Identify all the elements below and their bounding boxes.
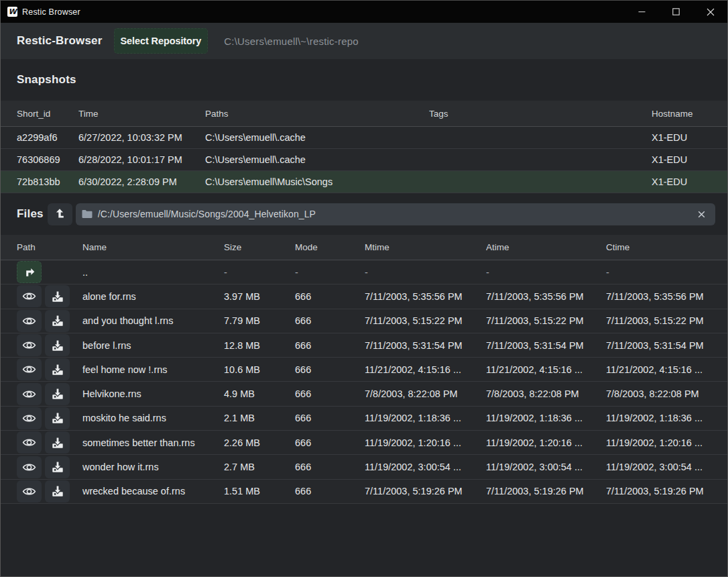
- file-name: ..: [82, 267, 224, 278]
- file-size: 10.6 MB: [224, 364, 295, 375]
- file-row[interactable]: Helvikone.rns 4.9 MB 666 7/8/2003, 8:22:…: [1, 382, 727, 406]
- download-icon: [51, 411, 64, 425]
- file-row[interactable]: wonder how it.rns 2.7 MB 666 11/19/2002,…: [1, 455, 727, 479]
- file-size: 1.51 MB: [224, 486, 295, 496]
- file-name: feel home now !.rns: [82, 364, 224, 375]
- download-icon: [51, 339, 64, 352]
- maximize-button[interactable]: [659, 1, 693, 23]
- download-file-button[interactable]: [45, 285, 70, 307]
- snapshot-hostname: X1-EDU: [652, 154, 727, 165]
- clear-path-button[interactable]: [694, 207, 709, 221]
- file-size: 7.79 MB: [224, 315, 295, 326]
- file-name: wonder how it.rns: [82, 462, 224, 472]
- snapshots-heading: Snapshots: [17, 73, 76, 87]
- file-size: 2.7 MB: [224, 462, 295, 472]
- file-mtime: 11/19/2002, 3:00:54 ...: [365, 462, 486, 472]
- preview-file-button[interactable]: [17, 407, 42, 429]
- download-file-button[interactable]: [45, 456, 70, 478]
- close-icon: [707, 8, 715, 16]
- maximize-icon: [672, 8, 680, 15]
- file-name: and you thought l.rns: [82, 315, 224, 326]
- file-atime: 7/11/2003, 5:19:26 PM: [486, 486, 606, 496]
- parent-directory-row[interactable]: .. - - - - -: [1, 260, 727, 284]
- eye-icon: [22, 291, 36, 302]
- files-col-ctime: Ctime: [606, 242, 727, 252]
- open-parent-directory-button[interactable]: [17, 261, 42, 283]
- current-path-field[interactable]: /C:/Users/emuell/Music/Songs/2004_Helvet…: [76, 203, 715, 225]
- snapshots-col-time: Time: [78, 109, 205, 119]
- file-size: 3.97 MB: [224, 291, 295, 302]
- window-controls: [625, 1, 727, 23]
- files-col-size: Size: [224, 242, 295, 252]
- file-row[interactable]: and you thought l.rns 7.79 MB 666 7/11/2…: [1, 309, 727, 333]
- file-row[interactable]: moskito he said.rns 2.1 MB 666 11/19/200…: [1, 407, 727, 431]
- file-mtime: 7/11/2003, 5:19:26 PM: [365, 486, 486, 496]
- files-col-path: Path: [17, 242, 82, 252]
- files-col-atime: Atime: [486, 242, 606, 252]
- file-row[interactable]: wrecked because of.rns 1.51 MB 666 7/11/…: [1, 480, 727, 504]
- download-file-button[interactable]: [45, 334, 70, 356]
- level-up-button[interactable]: [48, 203, 72, 225]
- minimize-button[interactable]: [625, 1, 659, 23]
- snapshot-paths: C:\Users\emuell\Music\Songs: [205, 176, 429, 187]
- snapshot-short-id: a2299af6: [17, 132, 78, 143]
- file-ctime: 7/11/2003, 5:35:56 PM: [606, 291, 727, 302]
- eye-icon: [22, 315, 36, 327]
- arrow-up-right-icon: [23, 266, 36, 279]
- minimize-icon: [638, 8, 646, 15]
- download-icon: [51, 363, 64, 376]
- file-mode: 666: [295, 388, 365, 399]
- file-size: 12.8 MB: [224, 340, 295, 351]
- snapshots-col-hostname: Hostname: [652, 109, 727, 119]
- preview-file-button[interactable]: [17, 334, 42, 356]
- file-mtime: 11/21/2002, 4:15:16 ...: [365, 364, 486, 375]
- file-mtime: 7/11/2003, 5:31:54 PM: [365, 340, 486, 351]
- preview-file-button[interactable]: [17, 383, 42, 405]
- snapshot-row[interactable]: 72b813bb 6/30/2022, 2:28:09 PM C:\Users\…: [1, 171, 727, 193]
- close-button[interactable]: [693, 1, 727, 23]
- snapshot-row[interactable]: 76306869 6/28/2022, 10:01:17 PM C:\Users…: [1, 149, 727, 171]
- file-ctime: 11/19/2002, 1:20:16 ...: [606, 437, 727, 448]
- folder-icon: [82, 209, 93, 219]
- file-atime: 7/11/2003, 5:31:54 PM: [486, 340, 606, 351]
- download-file-button[interactable]: [45, 358, 70, 380]
- select-repository-button[interactable]: Select Repository: [114, 28, 208, 54]
- snapshots-table-header: Short_id Time Paths Tags Hostname: [1, 101, 727, 127]
- download-file-button[interactable]: [45, 431, 70, 454]
- preview-file-button[interactable]: [17, 456, 42, 478]
- file-mtime: 7/11/2003, 5:15:22 PM: [365, 315, 486, 326]
- download-file-button[interactable]: [45, 383, 70, 405]
- file-ctime: 11/19/2002, 3:00:54 ...: [606, 462, 727, 472]
- file-atime: 7/8/2003, 8:22:08 PM: [486, 388, 606, 399]
- app-title: Restic-Browser: [17, 34, 103, 48]
- preview-file-button[interactable]: [17, 285, 42, 307]
- snapshot-row[interactable]: a2299af6 6/27/2022, 10:03:32 PM C:\Users…: [1, 127, 727, 149]
- preview-file-button[interactable]: [17, 431, 42, 454]
- file-ctime: 7/8/2003, 8:22:08 PM: [606, 388, 727, 399]
- file-mode: 666: [295, 486, 365, 496]
- preview-file-button[interactable]: [17, 358, 42, 380]
- file-ctime: 7/11/2003, 5:31:54 PM: [606, 340, 727, 351]
- current-path-value: /C:/Users/emuell/Music/Songs/2004_Helvet…: [98, 209, 694, 219]
- file-ctime: 7/11/2003, 5:15:22 PM: [606, 315, 727, 326]
- snapshot-hostname: X1-EDU: [652, 176, 727, 187]
- download-file-button[interactable]: [45, 310, 70, 332]
- file-row[interactable]: before l.rns 12.8 MB 666 7/11/2003, 5:31…: [1, 333, 727, 358]
- file-row[interactable]: sometimes better than.rns 2.26 MB 666 11…: [1, 431, 727, 455]
- snapshot-time: 6/27/2022, 10:03:32 PM: [78, 132, 205, 143]
- titlebar: W Restic Browser: [1, 1, 727, 23]
- file-mode: 666: [295, 364, 365, 375]
- preview-file-button[interactable]: [17, 480, 42, 503]
- download-icon: [51, 387, 64, 401]
- snapshot-time: 6/30/2022, 2:28:09 PM: [78, 176, 205, 187]
- file-atime: 11/21/2002, 4:15:16 ...: [486, 364, 606, 375]
- file-mode: 666: [295, 291, 365, 302]
- download-file-button[interactable]: [45, 480, 70, 503]
- app-icon: W: [7, 7, 17, 17]
- file-row[interactable]: feel home now !.rns 10.6 MB 666 11/21/20…: [1, 358, 727, 382]
- download-file-button[interactable]: [45, 407, 70, 429]
- preview-file-button[interactable]: [17, 310, 42, 332]
- file-size: 2.1 MB: [224, 413, 295, 423]
- file-atime: 11/19/2002, 1:20:16 ...: [486, 437, 606, 448]
- file-row[interactable]: alone for.rns 3.97 MB 666 7/11/2003, 5:3…: [1, 284, 727, 309]
